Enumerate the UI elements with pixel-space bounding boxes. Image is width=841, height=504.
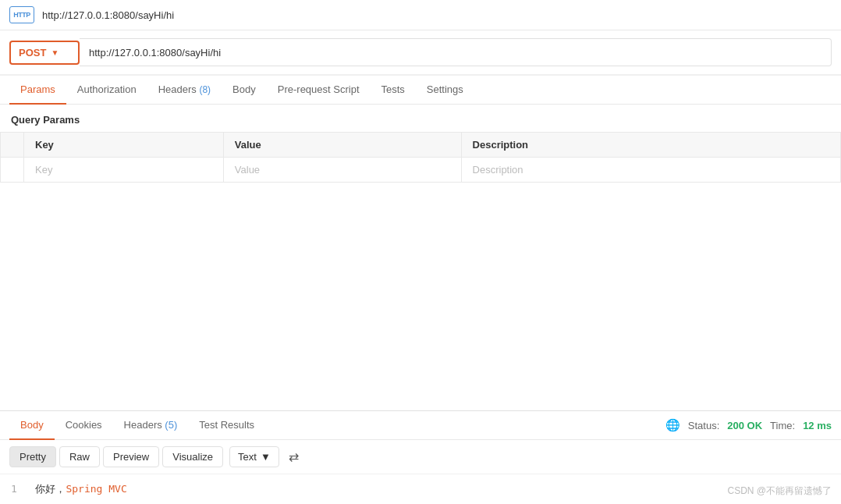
params-table: Key Value Description Key Value Descript… [0,132,841,183]
table-col-key: Key [24,133,224,158]
tab-headers[interactable]: Headers (8) [147,76,222,105]
table-checkbox-col [1,133,24,158]
method-label: POST [19,47,46,59]
format-type-select[interactable]: Text ▼ [229,446,279,467]
top-url-label: http://127.0.0.1:8080/sayHi/hi [42,9,174,21]
format-type-chevron: ▼ [261,451,271,463]
http-icon: HTTP [9,6,34,23]
response-panel: Body Cookies Headers (5) Test Results 🌐 … [0,410,841,504]
row-key-input[interactable]: Key [24,158,224,183]
format-btn-pretty[interactable]: Pretty [9,446,56,467]
top-url-bar: HTTP http://127.0.0.1:8080/sayHi/hi [0,0,841,30]
response-tab-body[interactable]: Body [9,411,55,440]
response-tab-test-results[interactable]: Test Results [188,411,265,440]
time-value: 12 ms [803,420,832,431]
tab-prerequest[interactable]: Pre-request Script [267,76,371,105]
line-number: 1 [11,483,17,495]
tab-settings[interactable]: Settings [416,76,474,105]
format-btn-visualize[interactable]: Visualize [162,446,223,467]
tab-params[interactable]: Params [9,76,66,105]
format-type-label: Text [238,451,257,463]
response-tabs: Body Cookies Headers (5) Test Results [9,411,665,439]
tab-body[interactable]: Body [222,76,267,105]
row-value-input[interactable]: Value [223,158,461,183]
row-description-input[interactable]: Description [461,158,840,183]
response-text: 你好，Spring MVC [35,483,126,495]
table-col-value: Value [223,133,461,158]
url-input[interactable] [80,38,832,66]
status-label: Status: [688,420,719,431]
format-btn-preview[interactable]: Preview [103,446,159,467]
query-params-title: Query Params [0,105,841,132]
tab-tests[interactable]: Tests [371,76,416,105]
time-label: Time: [770,420,795,431]
request-line: POST ▼ [0,30,841,76]
format-btn-raw[interactable]: Raw [59,446,100,467]
response-tabs-bar: Body Cookies Headers (5) Test Results 🌐 … [0,411,841,440]
table-col-description: Description [461,133,840,158]
response-text-prefix: 你好， [35,483,66,495]
response-meta: 🌐 Status: 200 OK Time: 12 ms [665,418,832,432]
response-tab-cookies[interactable]: Cookies [55,411,113,440]
globe-icon: 🌐 [665,418,680,432]
method-select[interactable]: POST ▼ [9,41,80,65]
response-tab-headers[interactable]: Headers (5) [113,411,189,440]
tab-authorization[interactable]: Authorization [66,76,147,105]
row-checkbox[interactable] [1,158,24,183]
format-bar: Pretty Raw Preview Visualize Text ▼ ⇄ [0,440,841,474]
chevron-down-icon: ▼ [51,48,59,57]
watermark: CSDN @不能再留遗憾了 [727,484,832,498]
response-text-highlight: Spring MVC [66,483,126,495]
response-body: 1 你好，Spring MVC [0,474,841,504]
status-value: 200 OK [727,420,762,431]
request-tabs: Params Authorization Headers (8) Body Pr… [0,76,841,105]
table-row: Key Value Description [1,158,841,183]
wrap-icon[interactable]: ⇄ [289,449,299,464]
